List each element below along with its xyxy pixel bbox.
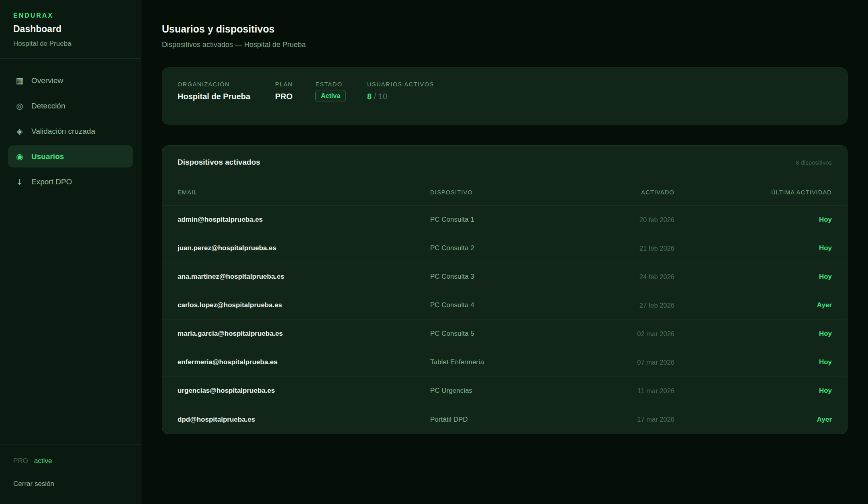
column-header-email: EMAIL [178,189,430,196]
cell-device: PC Consulta 1 [430,216,578,224]
cell-last-activity: Ayer [674,301,832,309]
cell-device: Portátil DPD [430,416,578,424]
cell-activated: 27 feb 2026 [578,302,674,309]
cell-email: admin@hospitalprueba.es [178,216,430,224]
nav-item-label: Export DPO [31,178,72,186]
column-header-last-activity: ÚLTIMA ACTIVIDAD [674,189,832,196]
devices-table-card: Dispositivos activados 8 dispositivos EM… [162,145,848,434]
cell-device: PC Urgencias [430,387,578,395]
cell-email: juan.perez@hospitalprueba.es [178,244,430,252]
cell-activated: 07 mar 2026 [578,359,674,366]
cell-last-activity: Hoy [674,216,832,224]
plan-label: PLAN [275,81,315,88]
table-row[interactable]: enfermeria@hospitalprueba.es Tablet Enfe… [162,348,847,377]
sidebar-nav-item[interactable]: ◈ Validación cruzada [8,120,133,142]
cell-email: enfermeria@hospitalprueba.es [178,358,430,366]
organization-value: Hospital de Prueba [178,92,275,101]
plan-label: PRO [13,457,28,465]
status-badge: Activa [315,90,346,102]
cell-activated: 21 feb 2026 [578,245,674,252]
sidebar-nav: ▦ Overview ◎ Detección ◈ Validación cruz… [0,59,141,196]
sidebar-nav-item[interactable]: ▦ Overview [8,69,133,92]
cell-device: PC Consulta 4 [430,301,578,309]
cell-email: carlos.lopez@hospitalprueba.es [178,301,430,309]
plan-column: PLAN PRO [275,81,315,111]
app-title: Dashboard [13,24,128,35]
organization-label: ORGANIZACIÓN [178,81,275,88]
nav-icon: ◉ [14,152,25,161]
organization-column: ORGANIZACIÓN Hospital de Prueba [178,81,275,111]
table-row[interactable]: juan.perez@hospitalprueba.es PC Consulta… [162,234,847,263]
nav-item-label: Validación cruzada [31,127,95,136]
active-users-count: 8 / 10 [367,92,434,101]
table-row[interactable]: admin@hospitalprueba.es PC Consulta 1 20… [162,206,847,234]
table-row[interactable]: dpd@hospitalprueba.es Portátil DPD 17 ma… [162,405,847,434]
cell-email: maria.garcia@hospitalprueba.es [178,330,430,338]
cell-activated: 24 feb 2026 [578,273,674,281]
cell-device: PC Consulta 5 [430,330,578,338]
plan-separator: · [28,457,34,465]
nav-icon: ↓ [14,177,25,187]
cell-last-activity: Ayer [674,416,832,424]
sidebar-brand: ENDURAX Dashboard Hospital de Prueba [0,0,141,58]
cell-activated: 17 mar 2026 [578,416,674,423]
nav-icon: ◎ [14,101,25,111]
sidebar: ENDURAX Dashboard Hospital de Prueba ▦ O… [0,0,141,504]
nav-item-label: Detección [31,102,65,110]
logout-button[interactable]: Cerrar sesión [13,480,128,488]
estado-label: ESTADO [315,81,367,88]
nav-item-label: Usuarios [31,152,64,161]
cell-last-activity: Hoy [674,358,832,366]
cell-device: PC Consulta 3 [430,273,578,281]
estado-column: ESTADO Activa [315,81,367,111]
cell-email: ana.martinez@hospitalprueba.es [178,273,430,281]
nav-item-label: Overview [31,76,63,85]
cell-email: dpd@hospitalprueba.es [178,416,430,424]
column-header-activated: ACTIVADO [578,189,674,196]
plan-status: active [34,457,52,465]
cell-last-activity: Hoy [674,330,832,338]
table-row[interactable]: maria.garcia@hospitalprueba.es PC Consul… [162,320,847,348]
sidebar-nav-item[interactable]: ↓ Export DPO [8,171,133,193]
sidebar-nav-item[interactable]: ◉ Usuarios [8,145,133,167]
plan-value: PRO [275,92,315,101]
active-users-label: USUARIOS ACTIVOS [367,81,434,88]
table-row[interactable]: carlos.lopez@hospitalprueba.es PC Consul… [162,291,847,320]
table-column-headers: EMAIL DISPOSITIVO ACTIVADO ÚLTIMA ACTIVI… [162,179,847,206]
plan-status-line: PRO · active [13,457,128,465]
cell-activated: 02 mar 2026 [578,330,674,338]
active-users-total: / 10 [372,92,387,101]
devices-count-badge: 8 dispositivos [796,159,832,166]
cell-last-activity: Hoy [674,273,832,281]
main-content: Usuarios y dispositivos Dispositivos act… [141,0,868,504]
page-title: Usuarios y dispositivos [162,23,848,35]
cell-activated: 20 feb 2026 [578,216,674,224]
cell-device: Tablet Enfermería [430,358,578,366]
sidebar-footer: PRO · active Cerrar sesión [0,445,141,504]
organization-summary-card: ORGANIZACIÓN Hospital de Prueba PLAN PRO… [162,67,848,124]
brand-logo: ENDURAX [13,12,128,19]
page-subtitle: Dispositivos activados — Hospital de Pru… [162,41,848,49]
devices-table-header: Dispositivos activados 8 dispositivos [162,146,847,179]
cell-email: urgencias@hospitalprueba.es [178,387,430,395]
cell-device: PC Consulta 2 [430,244,578,252]
table-row[interactable]: ana.martinez@hospitalprueba.es PC Consul… [162,263,847,291]
cell-last-activity: Hoy [674,244,832,252]
devices-table-title: Dispositivos activados [178,158,260,167]
nav-icon: ▦ [14,76,25,86]
cell-last-activity: Hoy [674,387,832,395]
devices-table-body: admin@hospitalprueba.es PC Consulta 1 20… [162,206,847,434]
table-row[interactable]: urgencias@hospitalprueba.es PC Urgencias… [162,377,847,405]
active-users-current: 8 [367,92,372,101]
column-header-device: DISPOSITIVO [430,189,578,196]
active-users-column: USUARIOS ACTIVOS 8 / 10 [367,81,434,111]
nav-icon: ◈ [14,127,25,136]
sidebar-nav-item[interactable]: ◎ Detección [8,95,133,117]
cell-activated: 11 mar 2026 [578,387,674,395]
org-name: Hospital de Prueba [13,40,128,48]
